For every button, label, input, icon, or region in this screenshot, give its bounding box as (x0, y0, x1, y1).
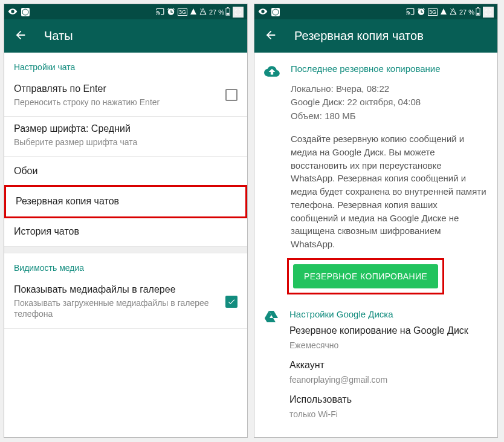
history-item[interactable]: История чатов (4, 217, 247, 247)
backup-button-highlight: РЕЗЕРВНОЕ КОПИРОВАНИЕ (287, 258, 444, 294)
section-chat-settings: Настройки чата (4, 53, 247, 77)
alarm-icon (167, 7, 175, 17)
battery-text: 27 % (209, 8, 224, 16)
wallpaper-title: Обои (14, 165, 237, 178)
font-size-title: Размер шрифта: Средний (14, 123, 237, 135)
backup-title: Резервная копия чатов (16, 195, 236, 208)
cloud-upload-icon (264, 63, 280, 299)
font-size-sub: Выберите размер шрифта чата (14, 137, 237, 148)
google-drive-icon (264, 309, 279, 427)
divider (4, 328, 247, 329)
drive-account-value: feanorplaying@gmail.com (289, 374, 486, 386)
battery-icon (225, 7, 230, 17)
section-divider (4, 246, 247, 253)
teamviewer-icon (21, 8, 30, 16)
enter-send-item[interactable]: Отправлять по Enter Переносить строку по… (4, 77, 247, 116)
app-bar-title: Чаты (44, 29, 73, 43)
cast-icon (156, 7, 164, 17)
font-size-item[interactable]: Размер шрифта: Средний Выберите размер ш… (4, 117, 247, 156)
back-icon[interactable] (264, 28, 277, 44)
signal-icon (440, 8, 447, 16)
network-label: 3G (428, 8, 438, 16)
expand-icon (483, 7, 494, 18)
gdrive-backup-line: Google Диск: 22 октября, 04:08 (291, 96, 486, 109)
drive-account-item[interactable]: Аккаунт feanorplaying@gmail.com (289, 358, 486, 386)
network-label: 3G (178, 8, 187, 16)
history-title: История чатов (14, 226, 237, 238)
eye-icon (258, 7, 268, 18)
battery-text: 27 % (459, 8, 474, 16)
drive-backup-value: Ежемесячно (289, 339, 486, 352)
app-bar-title: Резервная копия чатов (294, 29, 424, 43)
eye-icon (8, 7, 18, 18)
backup-button[interactable]: РЕЗЕРВНОЕ КОПИРОВАНИЕ (293, 264, 438, 288)
drive-account-title: Аккаунт (289, 358, 486, 372)
signal-icon (190, 8, 197, 16)
app-bar: Резервная копия чатов (254, 19, 497, 53)
app-bar: Чаты (4, 19, 247, 53)
drive-backup-frequency-item[interactable]: Резервное копирование на Google Диск Еже… (289, 323, 486, 352)
enter-send-sub: Переносить строку по нажатию Enter (14, 97, 218, 108)
svg-rect-7 (477, 13, 480, 15)
section-media-visibility: Видимость медиа (4, 253, 247, 278)
expand-icon (233, 7, 244, 18)
alarm-icon (417, 7, 425, 17)
backup-item-highlight: Резервная копия чатов (4, 185, 247, 218)
wallpaper-item[interactable]: Обои (4, 157, 247, 186)
media-gallery-item[interactable]: Показывать медиафайлы в галерее Показыва… (4, 278, 247, 328)
drive-network-value: только Wi-Fi (289, 408, 486, 421)
svg-rect-2 (227, 7, 228, 8)
drive-settings-header: Настройки Google Диска (289, 308, 486, 322)
svg-rect-6 (477, 7, 479, 8)
cast-icon (406, 7, 415, 17)
teamviewer-icon (271, 8, 280, 16)
media-gallery-checkbox[interactable] (225, 296, 237, 308)
backup-item[interactable]: Резервная копия чатов (6, 187, 245, 216)
enter-send-checkbox[interactable] (225, 89, 237, 101)
phone-left: 3G 27 % Чаты Настройки чата Отправлять п… (4, 4, 248, 438)
last-backup-section: Последнее резервное копирование Локально… (254, 53, 497, 304)
local-backup-line: Локально: Вчера, 08:22 (291, 82, 486, 96)
media-gallery-title: Показывать медиафайлы в галерее (14, 284, 218, 296)
drive-backup-title: Резервное копирование на Google Диск (289, 323, 486, 338)
backup-size-line: Объем: 180 МБ (291, 109, 486, 123)
no-sim-icon (450, 8, 457, 16)
phone-right: 3G 27 % Резервная копия чатов Последнее … (254, 4, 498, 438)
status-bar: 3G 27 % (254, 4, 497, 19)
status-bar: 3G 27 % (4, 4, 247, 19)
battery-icon (476, 7, 480, 17)
back-icon[interactable] (14, 28, 27, 44)
chats-settings-content: Настройки чата Отправлять по Enter Перен… (4, 53, 247, 437)
drive-network-title: Использовать (289, 392, 486, 407)
last-backup-header: Последнее резервное копирование (291, 62, 486, 76)
drive-network-item[interactable]: Использовать только Wi-Fi (289, 392, 486, 421)
drive-settings-section: Настройки Google Диска Резервное копиров… (254, 304, 497, 432)
enter-send-title: Отправлять по Enter (14, 83, 218, 96)
media-gallery-sub: Показывать загруженные медиафайлы в гале… (14, 297, 218, 319)
backup-content: Последнее резервное копирование Локально… (254, 53, 497, 437)
no-sim-icon (199, 8, 207, 16)
backup-description: Создайте резервную копию сообщений и мед… (291, 132, 486, 251)
svg-rect-3 (227, 13, 230, 15)
